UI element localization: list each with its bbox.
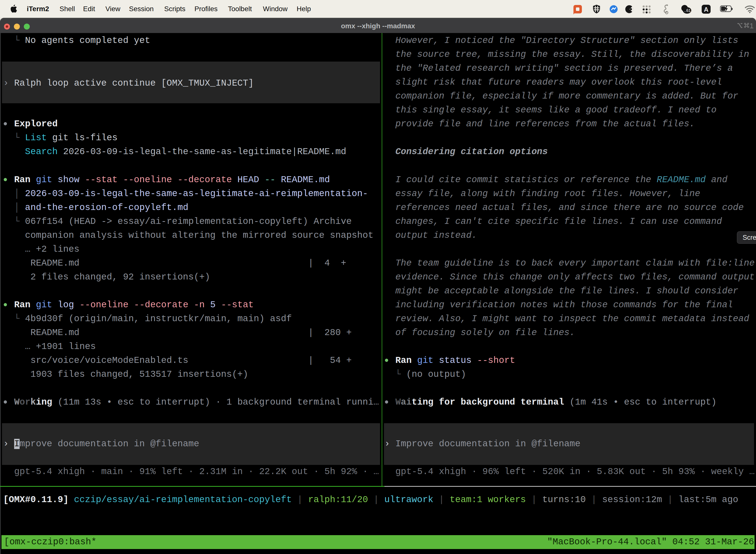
- svg-text:..61: ..61: [684, 8, 691, 13]
